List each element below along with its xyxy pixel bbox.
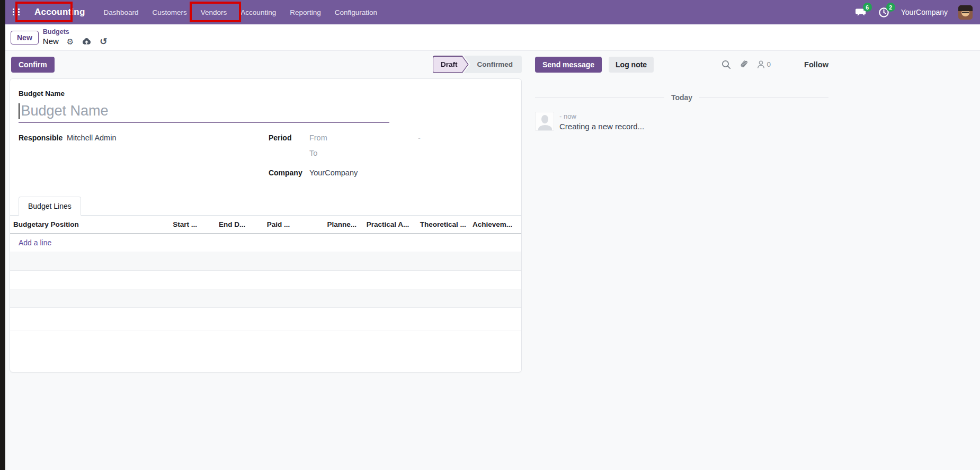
empty-row (10, 289, 521, 308)
user-avatar[interactable] (958, 5, 973, 20)
new-button[interactable]: New (11, 31, 39, 45)
add-a-line-link[interactable]: Add a line (10, 234, 521, 252)
col-end-date[interactable]: End D... (216, 216, 264, 234)
gear-icon[interactable]: ⚙ (67, 38, 74, 46)
confirm-button[interactable]: Confirm (11, 57, 55, 73)
breadcrumb-current: New (43, 37, 59, 47)
menu-customers[interactable]: Customers (146, 5, 194, 20)
today-divider: Today (535, 93, 828, 102)
messages-icon[interactable]: 6 (854, 6, 867, 18)
menu-accounting[interactable]: Accounting (234, 5, 283, 20)
menu-reporting[interactable]: Reporting (283, 5, 328, 20)
status-confirmed[interactable]: Confirmed (464, 56, 522, 73)
empty-row (10, 308, 521, 331)
attachments-paperclip-icon[interactable] (739, 59, 749, 69)
top-navbar: Accounting Dashboard Customers Vendors A… (0, 0, 980, 24)
budget-lines-table: Budgetary Position Start ... End D... Pa… (10, 216, 521, 331)
company-label: Company (269, 169, 309, 177)
empty-row (10, 252, 521, 271)
discard-undo-icon[interactable]: ↺ (100, 37, 107, 46)
status-draft[interactable]: Draft (433, 56, 469, 73)
followers-count: 0 (767, 60, 771, 68)
budget-name-placeholder: Budget Name (21, 103, 109, 119)
company-switcher[interactable]: YourCompany (901, 8, 948, 16)
budget-name-input[interactable]: Budget Name (19, 100, 389, 123)
search-messages-icon[interactable] (721, 60, 731, 69)
col-budgetary-position[interactable]: Budgetary Position (10, 216, 170, 234)
chatter-panel: Send message Log note (535, 56, 828, 131)
main-menu: Dashboard Customers Vendors Accounting R… (97, 5, 385, 20)
main-content: Confirm Draft Confirmed Budget Name Budg… (5, 51, 980, 470)
period-range-separator: - (418, 134, 421, 142)
period-label: Period (269, 134, 309, 142)
col-practical-amount[interactable]: Practical A... (363, 216, 417, 234)
activities-badge: 2 (886, 3, 895, 12)
col-paid-amount[interactable]: Paid ... (264, 216, 324, 234)
period-to-input[interactable]: To (309, 149, 317, 157)
tab-budget-lines[interactable]: Budget Lines (19, 197, 81, 216)
col-achievement[interactable]: Achievem... (469, 216, 521, 234)
messages-badge: 6 (863, 3, 872, 12)
message-text: Creating a new record... (559, 122, 644, 131)
control-panel: New Budgets New ⚙ ↺ (5, 24, 980, 51)
company-field[interactable]: YourCompany (309, 169, 358, 177)
menu-dashboard[interactable]: Dashboard (97, 5, 146, 20)
chatter-message: - now Creating a new record... (535, 112, 828, 131)
responsible-field[interactable]: Mitchell Admin (67, 134, 116, 142)
col-start-date[interactable]: Start ... (170, 216, 216, 234)
activities-icon[interactable]: 2 (878, 6, 890, 18)
budget-form-sheet: Budget Name Budget Name Responsible Mitc… (10, 78, 522, 373)
col-theoretical-amount[interactable]: Theoretical ... (417, 216, 469, 234)
follow-button[interactable]: Follow (804, 60, 828, 69)
followers-icon[interactable]: 0 (756, 60, 771, 69)
breadcrumb-budgets-link[interactable]: Budgets (43, 28, 108, 37)
apps-menu-icon[interactable] (13, 8, 21, 16)
message-avatar (535, 112, 554, 131)
period-from-input[interactable]: From (309, 134, 413, 142)
notebook-tabs: Budget Lines (10, 197, 521, 216)
action-row: Confirm Draft Confirmed (11, 56, 522, 73)
log-note-button[interactable]: Log note (609, 57, 654, 73)
send-message-button[interactable]: Send message (535, 57, 602, 73)
app-name-accounting[interactable]: Accounting (28, 7, 92, 17)
text-cursor (19, 103, 20, 119)
screen-left-edge (0, 0, 5, 470)
empty-row (10, 271, 521, 289)
menu-configuration[interactable]: Configuration (328, 5, 384, 20)
responsible-label: Responsible (19, 134, 67, 142)
cloud-save-icon[interactable] (82, 37, 92, 46)
message-timestamp: - now (559, 112, 644, 120)
status-bar: Draft Confirmed (433, 56, 522, 73)
budget-name-label: Budget Name (19, 90, 513, 97)
menu-vendors[interactable]: Vendors (194, 5, 234, 20)
col-planned-amount[interactable]: Planne... (324, 216, 363, 234)
today-label: Today (671, 93, 692, 102)
breadcrumb: Budgets New ⚙ ↺ (43, 28, 108, 46)
